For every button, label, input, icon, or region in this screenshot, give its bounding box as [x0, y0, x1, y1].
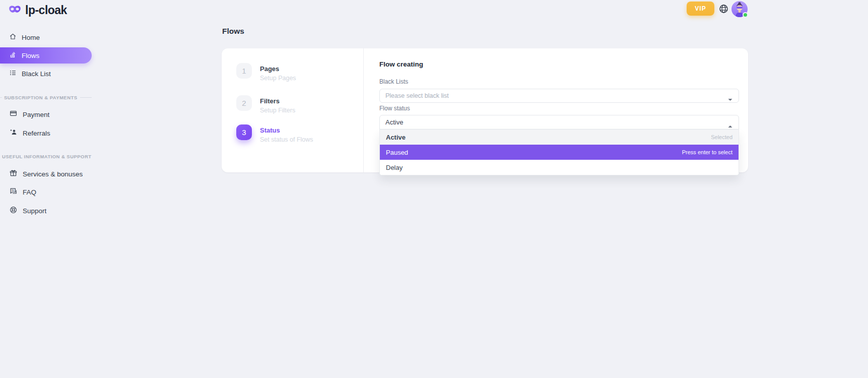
option-hint: Press enter to select	[682, 149, 732, 155]
sidebar-section-subscription: SUBSCRIPTION & PAYMENTS	[0, 95, 92, 100]
step-number-badge: 1	[236, 63, 252, 79]
sidebar-item-support[interactable]: Support	[0, 204, 92, 218]
step-number-badge: 3	[236, 124, 252, 140]
step-pages[interactable]: 1 Pages Setup Pages	[236, 63, 352, 82]
sidebar: lp-cloak Home	[0, 0, 107, 378]
app-title: lp-cloak	[25, 4, 67, 17]
section-title: USEFUL INFORMATION & SUPPORT	[2, 154, 91, 159]
option-delay[interactable]: Delay	[380, 160, 739, 175]
sidebar-item-faq[interactable]: ?! FAQ	[0, 185, 92, 199]
chevron-down-icon	[728, 94, 732, 97]
flow-status-dropdown: Active Selected Paused Press enter to se…	[379, 130, 739, 175]
sidebar-item-label: Black List	[22, 70, 51, 78]
option-label: Active	[386, 134, 406, 141]
home-icon	[9, 33, 17, 42]
flow-wizard-card: 1 Pages Setup Pages 2 Filters Setup Filt…	[222, 48, 748, 172]
step-title: Status	[260, 127, 313, 134]
sidebar-item-label: Referrals	[23, 130, 50, 137]
black-lists-label: Black Lists	[379, 78, 408, 85]
flow-status-label: Flow status	[379, 105, 410, 112]
step-subtitle: Setup Pages	[260, 75, 296, 82]
person-star-icon	[9, 128, 18, 138]
option-hint: Selected	[711, 134, 732, 140]
svg-text:?!: ?!	[12, 188, 15, 192]
sidebar-item-label: Services & bonuses	[23, 170, 83, 178]
credit-card-icon	[9, 109, 18, 119]
sidebar-item-label: FAQ	[23, 188, 36, 196]
flow-status-value: Active	[385, 118, 403, 126]
faq-chat-icon: ?!	[9, 187, 18, 198]
option-paused[interactable]: Paused Press enter to select	[380, 145, 739, 160]
page-title: Flows	[222, 27, 244, 36]
language-globe-icon[interactable]	[717, 3, 729, 15]
step-filters[interactable]: 2 Filters Setup Filters	[236, 95, 352, 114]
chevron-up-icon	[728, 121, 732, 124]
section-title: SUBSCRIPTION & PAYMENTS	[4, 95, 77, 100]
flows-stack-icon	[9, 51, 17, 60]
step-subtitle: Set status of Flows	[260, 136, 313, 143]
sidebar-item-black-list[interactable]: Black List	[0, 67, 92, 81]
vip-button[interactable]: VIP	[687, 2, 714, 16]
online-status-dot	[743, 12, 748, 18]
step-title: Pages	[260, 65, 296, 73]
lifebuoy-icon	[9, 206, 18, 216]
sidebar-item-label: Home	[22, 34, 40, 41]
sidebar-item-label: Flows	[22, 52, 39, 59]
sidebar-item-services[interactable]: Services & bonuses	[0, 167, 92, 181]
step-number-badge: 2	[236, 95, 252, 111]
flow-status-select[interactable]: Active	[379, 115, 739, 130]
form-heading: Flow creating	[379, 60, 423, 68]
option-label: Delay	[386, 164, 403, 171]
app-root: lp-cloak Home	[0, 0, 868, 378]
sidebar-item-label: Support	[23, 207, 46, 215]
wizard-steps-panel: 1 Pages Setup Pages 2 Filters Setup Filt…	[222, 48, 364, 172]
black-lists-select-input[interactable]	[379, 89, 739, 103]
mask-logo-icon	[8, 4, 22, 17]
logo[interactable]: lp-cloak	[8, 4, 67, 17]
step-title: Filters	[260, 97, 295, 105]
sidebar-item-referrals[interactable]: Referrals	[0, 126, 92, 140]
sidebar-item-home[interactable]: Home	[0, 30, 92, 44]
sidebar-section-support: USEFUL INFORMATION & SUPPORT	[0, 154, 92, 159]
option-label: Paused	[386, 149, 408, 156]
sidebar-item-label: Payment	[23, 111, 49, 118]
sidebar-item-flows[interactable]: Flows	[0, 47, 92, 64]
list-icon	[9, 69, 17, 79]
option-active[interactable]: Active Selected	[380, 130, 739, 145]
step-subtitle: Setup Filters	[260, 107, 295, 114]
step-status[interactable]: 3 Status Set status of Flows	[236, 124, 352, 143]
sidebar-item-payment[interactable]: Payment	[0, 107, 92, 121]
avatar[interactable]	[731, 1, 748, 17]
gift-icon	[9, 169, 18, 179]
